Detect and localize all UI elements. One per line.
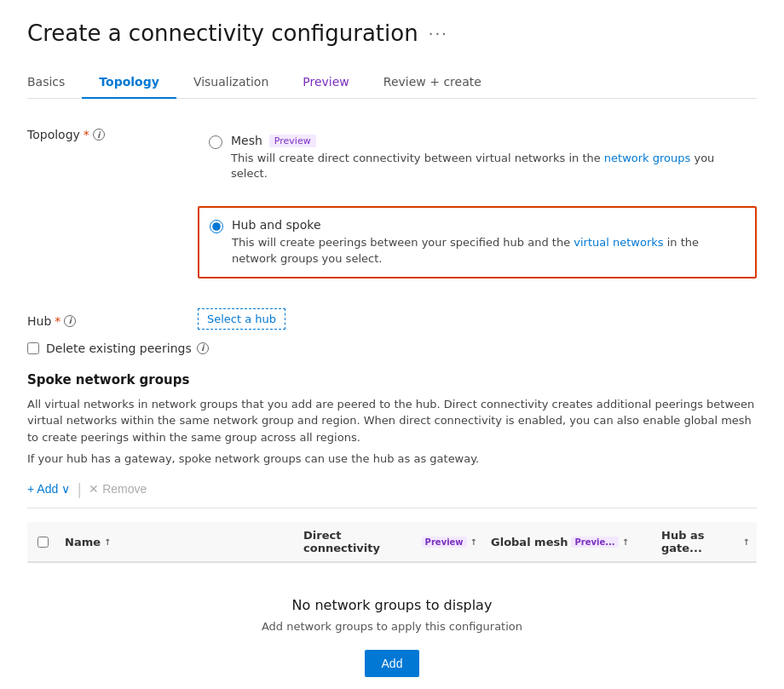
topology-hub-spoke-radio[interactable] xyxy=(210,220,223,233)
delete-peerings-row: Delete existing peerings i xyxy=(27,342,757,355)
th-hub-as-gate: Hub as gate... ↑ xyxy=(654,529,757,554)
topology-mesh-option: Mesh Preview This will create direct con… xyxy=(198,123,757,192)
toolbar-separator: | xyxy=(77,480,82,498)
th-direct-connectivity: Direct connectivity Preview ↑ xyxy=(297,529,484,554)
tab-bar: Basics Topology Visualization Preview Re… xyxy=(27,66,757,99)
select-hub-link[interactable]: Select a hub xyxy=(198,308,285,330)
mesh-description: This will create direct connectivity bet… xyxy=(231,151,746,181)
remove-button[interactable]: ✕ Remove xyxy=(89,479,147,499)
topology-label: Topology * i xyxy=(27,123,198,141)
tab-preview[interactable]: Preview xyxy=(285,66,366,99)
hub-spoke-description: This will create peerings between your s… xyxy=(232,235,745,266)
hub-field: Hub * i Select a hub xyxy=(27,309,757,328)
tab-topology[interactable]: Topology xyxy=(82,66,176,99)
th-name: Name ↑ xyxy=(58,529,297,554)
page-title: Create a connectivity configuration xyxy=(27,20,418,46)
content-area: Topology * i Mesh Preview This will crea… xyxy=(27,123,757,689)
table-header: Name ↑ Direct connectivity Preview ↑ Glo… xyxy=(27,522,757,563)
tab-review-create[interactable]: Review + create xyxy=(366,66,499,99)
topology-field: Topology * i Mesh Preview This will crea… xyxy=(27,123,757,292)
empty-state-add-button[interactable]: Add xyxy=(365,650,420,677)
delete-peerings-label: Delete existing peerings i xyxy=(46,342,209,355)
th-global-mesh: Global mesh Previe... ↑ xyxy=(484,529,654,554)
tab-basics[interactable]: Basics xyxy=(27,66,82,99)
spoke-section-desc1: All virtual networks in network groups t… xyxy=(27,396,757,446)
hub-required: * xyxy=(55,314,61,328)
spoke-section-title: Spoke network groups xyxy=(27,372,757,388)
topology-mesh-radio[interactable] xyxy=(209,135,222,149)
mesh-preview-badge: Preview xyxy=(269,135,316,147)
page-header: Create a connectivity configuration ··· xyxy=(27,20,757,46)
topology-info-icon[interactable]: i xyxy=(93,129,105,141)
mesh-label-group: Mesh Preview This will create direct con… xyxy=(231,134,746,181)
topology-hub-spoke-option: Hub and spoke This will create peerings … xyxy=(198,206,757,278)
spoke-section-desc2: If your hub has a gateway, spoke network… xyxy=(27,452,757,465)
select-all-checkbox[interactable] xyxy=(37,537,49,548)
mesh-title: Mesh Preview xyxy=(231,134,746,147)
add-button[interactable]: + Add ∨ xyxy=(27,479,70,499)
tab-visualization[interactable]: Visualization xyxy=(176,66,285,99)
hub-select-area: Select a hub xyxy=(198,312,757,325)
spoke-network-groups-section: Spoke network groups All virtual network… xyxy=(27,372,757,689)
empty-state: No network groups to display Add network… xyxy=(27,563,757,689)
hub-info-icon[interactable]: i xyxy=(64,315,76,327)
hub-as-gate-sort-icon[interactable]: ↑ xyxy=(743,537,750,547)
topology-options: Mesh Preview This will create direct con… xyxy=(198,123,757,292)
spoke-toolbar: + Add ∨ | ✕ Remove xyxy=(27,479,757,508)
global-mesh-sort-icon[interactable]: ↑ xyxy=(622,537,629,547)
name-sort-icon[interactable]: ↑ xyxy=(104,537,111,547)
global-mesh-preview-badge: Previe... xyxy=(571,537,618,548)
direct-connectivity-preview-badge: Preview xyxy=(422,537,467,548)
topology-required: * xyxy=(84,128,89,141)
add-chevron-icon: ∨ xyxy=(61,482,70,496)
hub-spoke-label-group: Hub and spoke This will create peerings … xyxy=(232,218,745,266)
empty-state-title: No network groups to display xyxy=(27,597,757,613)
hub-spoke-title: Hub and spoke xyxy=(232,218,745,232)
delete-peerings-checkbox[interactable] xyxy=(27,342,39,354)
more-options-icon[interactable]: ··· xyxy=(429,25,448,43)
delete-peerings-info-icon[interactable]: i xyxy=(197,342,209,354)
th-select xyxy=(27,529,58,554)
direct-connectivity-sort-icon[interactable]: ↑ xyxy=(470,537,477,547)
hub-label: Hub * i xyxy=(27,309,198,328)
empty-state-description: Add network groups to apply this configu… xyxy=(27,620,757,633)
